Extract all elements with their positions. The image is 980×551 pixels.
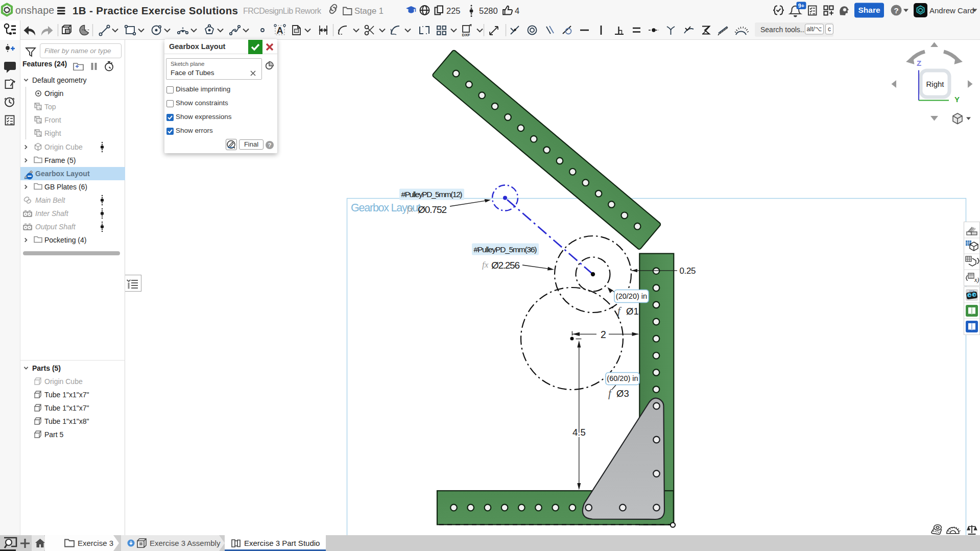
svg-text:0.25: 0.25 [680,266,696,276]
svg-text:▲●▲: ▲●▲ [969,290,975,292]
svg-text:f: f [617,305,622,317]
svg-text:x): x) [974,276,979,283]
svg-text:fx: fx [407,204,414,214]
svg-text:Ø3: Ø3 [616,388,629,399]
svg-text:fx: fx [482,260,489,270]
svg-text:Ø1: Ø1 [626,306,639,317]
svg-text:#PulleyPD_5mm(36): #PulleyPD_5mm(36) [474,245,537,254]
svg-text:Ø2.256: Ø2.256 [491,260,520,271]
svg-text:Ø0.752: Ø0.752 [418,204,447,215]
svg-text:(20/20) in: (20/20) in [616,292,647,300]
svg-text:2: 2 [601,329,606,340]
svg-text:Y: Y [954,95,960,104]
svg-text:(60/20) in: (60/20) in [607,374,638,382]
svg-text:#PulleyPD_5mm(12): #PulleyPD_5mm(12) [401,190,463,199]
svg-text:Right: Right [926,80,944,88]
svg-text:4.5: 4.5 [572,427,586,438]
svg-text:Z: Z [917,59,921,67]
